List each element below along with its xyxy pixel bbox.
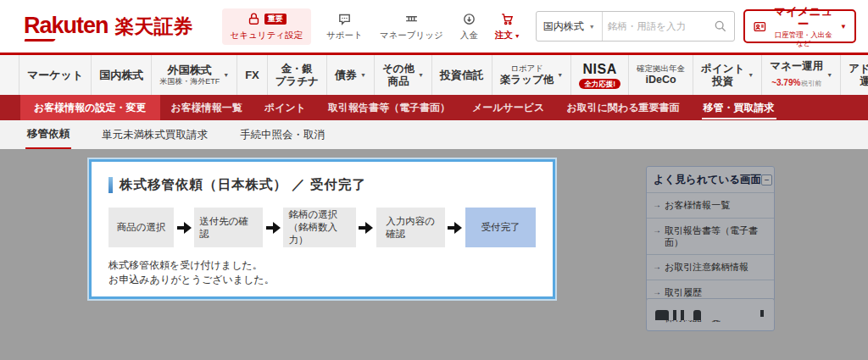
sidebar-title: よく見られている画面 xyxy=(654,173,761,187)
nav-gold-platinum[interactable]: 金・銀プラチナ xyxy=(268,55,327,95)
nisa-badge: 全力応援! xyxy=(579,79,620,89)
account-card-icon xyxy=(753,19,767,35)
step-input-confirm: 入力内容の 確認 xyxy=(376,208,445,247)
important-badge: 重要 xyxy=(264,14,287,25)
logo-text-jp: 楽天証券 xyxy=(115,14,193,40)
money-bridge-link[interactable]: マネーブリッジ xyxy=(378,8,445,45)
account-nav-transfer-request[interactable]: 移管・買取請求 xyxy=(691,95,787,120)
chevron-down-icon: ▼ xyxy=(360,72,366,78)
account-nav-mail-service[interactable]: メールサービス xyxy=(461,95,555,120)
chevron-down-icon: ▼ xyxy=(748,72,754,78)
security-settings-link[interactable]: 重要 セキュリティ設定 xyxy=(222,8,311,45)
lock-icon xyxy=(247,12,261,26)
step-stock-selection: 銘柄の選択 （銘柄数入力） xyxy=(283,208,355,247)
arrow-right-icon: → xyxy=(653,287,661,298)
arrow-right-icon xyxy=(356,222,376,234)
header-quick-links: 重要 セキュリティ設定 サポート マネーブリッジ xyxy=(222,8,522,45)
nav-investment-trust[interactable]: 投資信託 xyxy=(432,55,492,95)
partial-widget xyxy=(646,298,775,320)
progress-steps: 商品の選択 送付先の確認 銘柄の選択 （銘柄数入力） 入力内容の 確認 受付完了 xyxy=(108,208,536,247)
chevron-down-icon: ▼ xyxy=(557,72,563,78)
chevron-down-icon: ▼ xyxy=(418,72,424,78)
chevron-down-icon: ▼ xyxy=(223,72,229,78)
arrow-right-icon: → xyxy=(653,200,661,211)
completion-message: 株式移管依頼を受け付けました。 お申込みありがとうございました。 xyxy=(108,258,536,287)
nav-nisa[interactable]: NISA全力応援! xyxy=(571,55,629,95)
account-nav-trade-reports[interactable]: 取引報告書等（電子書面） xyxy=(317,95,461,120)
nav-domestic-stocks[interactable]: 国内株式 xyxy=(92,55,152,95)
account-nav-important-docs[interactable]: お取引に関わる重要書面 xyxy=(555,95,690,120)
cart-icon xyxy=(500,12,515,26)
nav-fx[interactable]: FX xyxy=(237,55,268,95)
nav-bonds[interactable]: 債券 ▼ xyxy=(327,55,375,95)
search-bar: 国内株式 ▼ xyxy=(536,11,735,42)
deposit-icon xyxy=(462,12,476,26)
content-area: よく見られている画面 − → お客様情報一覧 → 取引報告書等（電子書面） → … xyxy=(0,149,868,360)
logo-text-en: Rakuten xyxy=(24,13,108,39)
sidebar-link-caution-stocks[interactable]: → お取引注意銘柄情報 xyxy=(647,254,774,280)
arrow-right-icon xyxy=(445,222,465,234)
subnav-inquiry-cancel[interactable]: 手続中照会・取消 xyxy=(238,122,326,148)
nav-market[interactable]: マーケット xyxy=(19,55,92,95)
page-title: 株式移管依頼（日本株式） ／ 受付完了 xyxy=(108,176,536,194)
header: Rakuten 楽天証券 重要 セキュリティ設定 サポート xyxy=(0,0,868,53)
subnav-odd-lot-buyback[interactable]: 単元未満株式買取請求 xyxy=(100,122,209,148)
page: Rakuten 楽天証券 重要 セキュリティ設定 サポート xyxy=(0,0,868,360)
nav-point-investment[interactable]: ポイント投資 ▼ xyxy=(693,55,762,95)
chevron-down-icon: ▼ xyxy=(515,33,520,39)
arrow-right-icon xyxy=(174,222,194,234)
nav-advisor[interactable]: アドバイザー運用相談 ▼ xyxy=(841,55,868,95)
step-destination-confirm: 送付先の確認 xyxy=(194,208,263,247)
order-link[interactable]: 注文▼ xyxy=(493,8,522,45)
sidebar-link-trade-reports[interactable]: → 取引報告書等（電子書面） xyxy=(647,218,774,255)
nav-other-products[interactable]: その他商品 ▼ xyxy=(375,55,432,95)
arrow-right-icon: → xyxy=(653,262,661,273)
account-nav-settings[interactable]: お客様情報の設定・変更 xyxy=(20,95,160,120)
my-menu-button[interactable]: マイメニュー 口座管理・入出金など ▼ xyxy=(743,9,856,43)
collapse-button[interactable]: − xyxy=(761,174,772,186)
account-nav: お客様情報の設定・変更 お客様情報一覧 ポイント 取引報告書等（電子書面） メー… xyxy=(0,95,868,120)
search-input[interactable] xyxy=(603,21,707,31)
chevron-down-icon: ▼ xyxy=(589,24,595,30)
subnav-transfer-request[interactable]: 移管依頼 xyxy=(25,121,71,149)
nav-robo-advisor[interactable]: ロボアド楽ラップ他 ▼ xyxy=(492,55,571,95)
search-category-select[interactable]: 国内株式 ▼ xyxy=(537,12,603,41)
clipped-text-shapes xyxy=(655,310,765,320)
step-complete: 受付完了 xyxy=(465,208,536,247)
account-nav-points[interactable]: ポイント xyxy=(253,95,317,120)
bridge-icon xyxy=(404,12,419,26)
title-accent-bar xyxy=(108,177,113,193)
sub-nav: 移管依頼 単元未満株式買取請求 手続中照会・取消 xyxy=(0,120,868,149)
transfer-complete-panel: 株式移管依頼（日本株式） ／ 受付完了 商品の選択 送付先の確認 銘柄の選択 （… xyxy=(89,159,555,299)
rakuten-logo[interactable]: Rakuten 楽天証券 xyxy=(24,13,193,40)
nav-foreign-stocks[interactable]: 外国株式米国株・海外ETF ▼ xyxy=(152,55,237,95)
account-nav-customer-info[interactable]: お客様情報一覧 xyxy=(160,95,253,120)
search-icon[interactable] xyxy=(714,19,727,33)
nav-ideco[interactable]: 確定拠出年金iDeCo xyxy=(629,55,693,95)
global-nav: マーケット 国内株式 外国株式米国株・海外ETF ▼ FX 金・銀プラチナ 債券… xyxy=(0,53,868,95)
nav-money-management[interactable]: マネー運用~3.79%税引前 ▼ xyxy=(762,55,841,95)
step-product-selection: 商品の選択 xyxy=(108,208,174,247)
support-link[interactable]: サポート xyxy=(325,8,364,45)
deposit-link[interactable]: 入金 xyxy=(459,8,480,45)
chat-icon xyxy=(337,12,352,26)
sidebar-link-customer-info[interactable]: → お客様情報一覧 xyxy=(647,192,774,218)
arrow-right-icon xyxy=(263,222,283,234)
chevron-down-icon: ▼ xyxy=(826,72,832,78)
arrow-right-icon: → xyxy=(653,225,661,236)
chevron-down-icon: ▼ xyxy=(840,23,847,30)
